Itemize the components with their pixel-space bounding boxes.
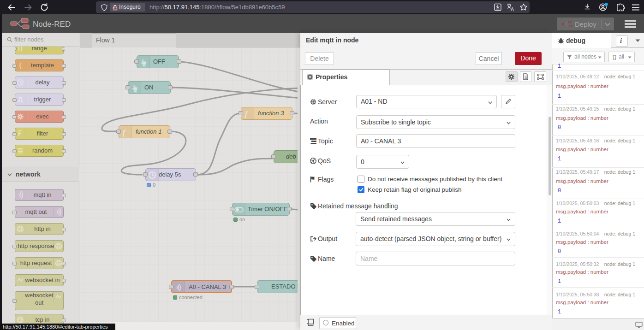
svg-text:f: f [245,110,248,118]
svg-text:{: { [18,62,22,70]
svg-text:f: f [123,128,126,137]
svg-text:A: A [511,6,514,12]
